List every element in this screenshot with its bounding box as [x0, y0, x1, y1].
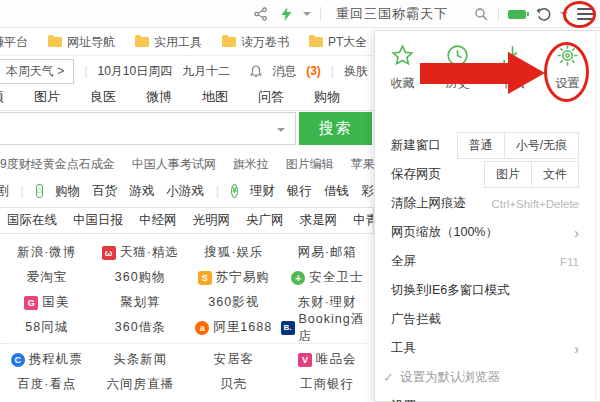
settings-button[interactable]: 设置 — [555, 43, 580, 92]
messages-link[interactable]: 消息 — [272, 63, 296, 80]
category-link[interactable]: 游戏 — [129, 183, 154, 200]
grid-link[interactable]: 搜狐·娱乐 — [204, 244, 263, 261]
grid-link[interactable]: 唯品会 — [316, 351, 357, 368]
menu-item-new-window[interactable]: 新建窗口 普通 小号/无痕 — [375, 131, 595, 160]
grid-link[interactable]: 贝壳 — [220, 376, 247, 393]
menu-item-settings[interactable]: 设置 — [375, 392, 595, 402]
nav-item[interactable]: 微博 — [146, 88, 172, 106]
share-icon[interactable] — [253, 6, 269, 22]
category-link[interactable]: 购物 — [55, 183, 80, 200]
page-title: 重回三国称霸天下 — [330, 5, 464, 23]
news-link[interactable]: 光明网 — [193, 212, 231, 229]
chevron-down-icon[interactable] — [303, 12, 311, 16]
menu-item-default-browser[interactable]: ✓ 设置为默认浏览器 — [375, 363, 595, 392]
menu-item-page-zoom[interactable]: 网页缩放（100%） › — [375, 218, 595, 247]
grid-link[interactable]: 360借条 — [115, 319, 166, 336]
nav-item[interactable]: 良医 — [90, 88, 116, 106]
hot-link[interactable]: 中国人事考试网 — [132, 156, 216, 173]
category-link[interactable]: 彩票 — [361, 183, 375, 200]
bookmark-folder[interactable]: PT大全 — [309, 34, 367, 51]
grid-link[interactable]: 网易·邮箱 — [298, 244, 357, 261]
bookmark-item[interactable]: 赚平台 — [0, 34, 28, 51]
grid-link[interactable]: 58同城 — [25, 319, 68, 336]
menu-item-clear-history[interactable]: 清除上网痕迹 Ctrl+Shift+Delete — [375, 189, 595, 218]
nav-item[interactable]: 地图 — [202, 88, 228, 106]
grid-link[interactable]: 头条新闻 — [113, 351, 167, 368]
nav-item[interactable]: 图片 — [34, 88, 60, 106]
category-link[interactable]: 借钱 — [324, 183, 349, 200]
menu-item-fullscreen[interactable]: 全屏 F11 — [375, 247, 595, 276]
bookmark-label[interactable]: 网址导航 — [67, 34, 115, 51]
bookmark-label[interactable]: 实用工具 — [154, 34, 202, 51]
weather-widget[interactable]: 本周天气 > — [0, 59, 74, 84]
nav-item[interactable]: 购物 — [314, 88, 340, 106]
nav-item[interactable]: 问答 — [258, 88, 284, 106]
grid-link[interactable]: 360购物 — [115, 269, 166, 286]
skin-link[interactable]: 换肤 — [344, 63, 368, 80]
quick-label: 收藏 — [391, 75, 415, 92]
grid-link[interactable]: 苏宁易购 — [216, 269, 270, 286]
history-button[interactable]: 历史 — [445, 43, 470, 92]
grid-link[interactable]: 安居客 — [214, 351, 255, 368]
grid-link[interactable]: 工商银行 — [300, 376, 354, 393]
chevron-down-icon[interactable] — [560, 12, 568, 16]
main-menu-icon[interactable] — [577, 8, 594, 20]
normal-window-button[interactable]: 普通 — [458, 133, 504, 158]
news-link[interactable]: 中国日报 — [73, 212, 123, 229]
category-link[interactable]: 剧 — [0, 183, 9, 200]
bookmark-label[interactable]: 读万卷书 — [241, 34, 289, 51]
save-as-file-button[interactable]: 文件 — [531, 162, 578, 187]
search-icon[interactable] — [473, 6, 489, 22]
favorites-button[interactable]: 收藏 — [390, 43, 415, 92]
category-link[interactable]: 理财 — [250, 183, 275, 200]
search-button[interactable]: 搜索 — [299, 112, 372, 145]
grid-link[interactable]: 爱淘宝 — [27, 269, 68, 286]
hot-link[interactable]: 苹果官网 — [351, 156, 375, 173]
grid-link[interactable]: 新浪·微博 — [17, 244, 76, 261]
grid-link[interactable]: 安全卫士 — [309, 269, 363, 286]
bookmark-label[interactable]: 赚平台 — [0, 34, 28, 51]
lightning-boost-icon[interactable] — [278, 6, 294, 22]
menu-item-ad-block[interactable]: 广告拦截 — [375, 305, 595, 334]
nav-item[interactable]: 频 — [0, 88, 4, 106]
search-input[interactable] — [0, 117, 259, 141]
grid-link[interactable]: 东财·理财 — [298, 294, 357, 311]
bookmark-folder[interactable]: 读万卷书 — [222, 34, 289, 51]
toolbar-divider — [320, 7, 321, 21]
news-link[interactable]: 央广网 — [246, 212, 284, 229]
grid-link[interactable]: 阿里1688 — [213, 319, 272, 336]
grid-link[interactable]: 六间房直播 — [107, 376, 175, 393]
bell-icon[interactable] — [250, 65, 262, 78]
menu-item-ie6-mode[interactable]: 切换到IE6多窗口模式 — [375, 276, 595, 305]
grid-link[interactable]: 国美 — [42, 294, 69, 311]
grid-link[interactable]: Booking酒店 — [299, 311, 375, 345]
search-dropdown-chevron-icon[interactable] — [277, 128, 285, 132]
bookmark-label[interactable]: PT大全 — [328, 34, 367, 51]
hot-link[interactable]: 图片编辑 — [286, 156, 334, 173]
category-link[interactable]: 银行 — [287, 183, 312, 200]
message-count-badge[interactable]: (3) — [306, 64, 321, 78]
news-link[interactable]: 中经网 — [139, 212, 177, 229]
grid-link[interactable]: 360影视 — [208, 294, 259, 311]
undo-icon[interactable] — [535, 6, 551, 22]
booking-icon: B. — [281, 321, 295, 335]
downloads-button[interactable]: 下载 — [500, 43, 525, 92]
category-link[interactable]: 小游戏 — [166, 183, 204, 200]
news-link[interactable]: 国际在线 — [7, 212, 57, 229]
news-link[interactable]: 中青网 — [353, 212, 374, 229]
grid-link[interactable]: 百度·看点 — [17, 376, 76, 393]
hot-link[interactable]: 旗米拉 — [233, 156, 269, 173]
bookmark-folder[interactable]: 网址导航 — [48, 34, 115, 51]
grid-link[interactable]: 聚划算 — [120, 294, 161, 311]
save-as-image-button[interactable]: 图片 — [485, 162, 531, 187]
bookmark-folder[interactable]: 实用工具 — [135, 34, 202, 51]
hot-link[interactable]: 9度财经黄金点石成金 — [0, 156, 115, 173]
grid-link[interactable]: 携程机票 — [29, 351, 83, 368]
news-link[interactable]: 求是网 — [300, 212, 338, 229]
menu-item-tools[interactable]: 工具 › — [375, 334, 595, 363]
menu-item-save-page[interactable]: 保存网页 图片 文件 — [375, 160, 595, 189]
incognito-window-button[interactable]: 小号/无痕 — [504, 133, 578, 158]
grid-link[interactable]: 天猫·精选 — [120, 244, 179, 261]
download-icon — [500, 43, 525, 68]
category-link[interactable]: 百货 — [92, 183, 117, 200]
